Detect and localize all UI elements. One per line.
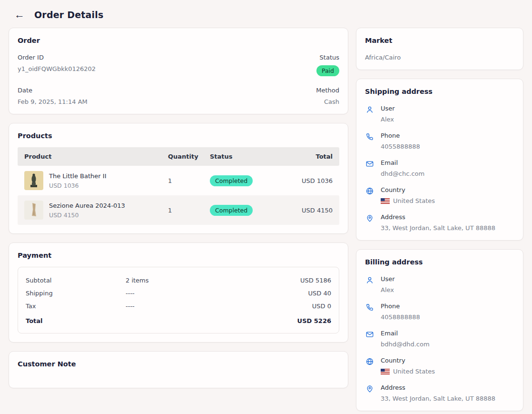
payment-label: Shipping — [26, 290, 126, 297]
country-text: United States — [393, 197, 435, 204]
field-value: 33, West Jordan, Salt Lake, UT 88888 — [381, 224, 495, 232]
payment-row-subtotal: Subtotal 2 items USD 5186 — [26, 274, 331, 287]
pin-icon — [365, 213, 374, 232]
payment-card: Payment Subtotal 2 items USD 5186 Shippi… — [9, 242, 348, 343]
field-text: Country — [381, 186, 435, 204]
field-value: United States — [381, 368, 435, 375]
market-card-title: Market — [365, 37, 514, 44]
status-badge: Paid — [316, 65, 339, 76]
product-total: USD 1036 — [281, 177, 333, 184]
field-value: Alex — [381, 286, 395, 293]
billing-address-field: Address 33, West Jordan, Salt Lake, UT 8… — [365, 384, 514, 402]
customer-note-card: Customer Note — [9, 351, 348, 388]
product-price: USD 4150 — [49, 212, 125, 219]
field-label: Country — [381, 357, 435, 364]
statue-image — [24, 171, 43, 190]
product-total: USD 4150 — [281, 207, 333, 214]
field-value: United States — [381, 197, 435, 204]
shipping-phone-field: Phone 4055888888 — [365, 132, 514, 150]
user-icon — [365, 275, 374, 293]
order-card: Order Order ID y1_oidFQWGbkk0126202 Stat… — [9, 28, 348, 114]
topbar: ← Order Details — [9, 5, 523, 28]
payment-row-shipping: Shipping ---- USD 40 — [26, 287, 331, 300]
payment-total-label: Total — [26, 317, 126, 324]
products-card: Products Product Quantity Status Total — [9, 123, 348, 234]
order-card-title: Order — [18, 37, 339, 44]
billing-address-card: Billing address User Alex — [356, 249, 523, 411]
field-value: bdhd@dhd.com — [381, 341, 430, 348]
us-flag-icon — [381, 369, 390, 374]
back-button[interactable]: ← — [12, 9, 27, 21]
main-layout: Order Order ID y1_oidFQWGbkk0126202 Stat… — [9, 28, 523, 411]
order-status-block: Status Paid — [316, 54, 339, 76]
order-status-label: Status — [316, 54, 339, 61]
field-text: Email bdhd@dhd.com — [381, 330, 430, 348]
col-product: Product — [24, 153, 168, 160]
order-date-value: Feb 9, 2025, 11:14 AM — [18, 98, 316, 105]
field-label: Email — [381, 330, 430, 337]
left-column: Order Order ID y1_oidFQWGbkk0126202 Stat… — [9, 28, 348, 388]
phone-icon — [365, 132, 374, 150]
shipping-address-card: Shipping address User Alex — [356, 79, 523, 241]
col-status: Status — [210, 153, 281, 160]
product-thumbnail — [24, 171, 43, 190]
page-title: Order Details — [34, 10, 104, 20]
shipping-user-field: User Alex — [365, 105, 514, 123]
field-value: dhd@chc.com — [381, 170, 424, 177]
product-info: Sezione Aurea 2024-013 USD 4150 — [49, 202, 125, 219]
payment-amount: USD 40 — [308, 290, 331, 297]
field-value: 33, West Jordan, Salt Lake, UT 88888 — [381, 395, 495, 402]
user-icon — [365, 105, 374, 123]
field-label: Phone — [381, 303, 420, 310]
field-value: 4058888888 — [381, 313, 420, 321]
payment-amount: USD 5186 — [300, 277, 331, 284]
products-card-title: Products — [18, 132, 339, 140]
us-flag-icon — [381, 198, 390, 204]
field-label: Address — [381, 213, 495, 221]
status-badge: Completed — [210, 205, 253, 216]
email-icon — [365, 330, 374, 348]
billing-email-field: Email bdhd@dhd.com — [365, 330, 514, 348]
order-method-label: Method — [316, 87, 339, 94]
order-method-block: Method Cash — [316, 87, 339, 105]
field-value: 4055888888 — [381, 143, 420, 150]
billing-address-title: Billing address — [365, 258, 514, 266]
payment-detail: ---- — [126, 290, 308, 297]
products-table-body: The Little Bather II USD 1036 1 Complete… — [18, 166, 339, 225]
payment-detail: ---- — [126, 303, 312, 310]
payment-label: Subtotal — [26, 277, 126, 284]
payment-label: Tax — [26, 303, 126, 310]
billing-address-fields: User Alex Phone 4058888888 — [365, 275, 514, 402]
payment-card-title: Payment — [18, 252, 339, 259]
payment-detail: 2 items — [126, 277, 300, 284]
product-status: Completed — [210, 205, 281, 216]
product-cell: The Little Bather II USD 1036 — [24, 171, 168, 190]
globe-icon — [365, 186, 374, 204]
globe-icon — [365, 357, 374, 375]
product-thumbnail — [24, 201, 43, 220]
field-text: Country — [381, 357, 435, 375]
field-text: User Alex — [381, 105, 395, 123]
billing-user-field: User Alex — [365, 275, 514, 293]
product-name: Sezione Aurea 2024-013 — [49, 202, 125, 209]
field-label: Address — [381, 384, 495, 391]
right-column: Market Africa/Cairo Shipping address Use… — [356, 28, 523, 411]
table-row: The Little Bather II USD 1036 1 Complete… — [18, 166, 339, 195]
payment-row-tax: Tax ---- USD 0 — [26, 300, 331, 313]
product-quantity: 1 — [168, 177, 210, 184]
field-label: Country — [381, 186, 435, 193]
shipping-address-fields: User Alex Phone 4055888888 — [365, 105, 514, 232]
shipping-country-field: Country — [365, 186, 514, 204]
field-label: Email — [381, 159, 424, 166]
order-date-label: Date — [18, 87, 316, 94]
payment-total-amount: USD 5226 — [297, 317, 331, 324]
field-text: Phone 4058888888 — [381, 303, 420, 321]
product-status: Completed — [210, 175, 281, 186]
field-text: Phone 4055888888 — [381, 132, 420, 150]
shipping-address-title: Shipping address — [365, 88, 514, 95]
field-label: User — [381, 105, 395, 112]
payment-row-total: Total USD 5226 — [26, 313, 331, 327]
sculpture-image — [24, 201, 43, 220]
shipping-address-field: Address 33, West Jordan, Salt Lake, UT 8… — [365, 213, 514, 232]
shipping-email-field: Email dhd@chc.com — [365, 159, 514, 177]
